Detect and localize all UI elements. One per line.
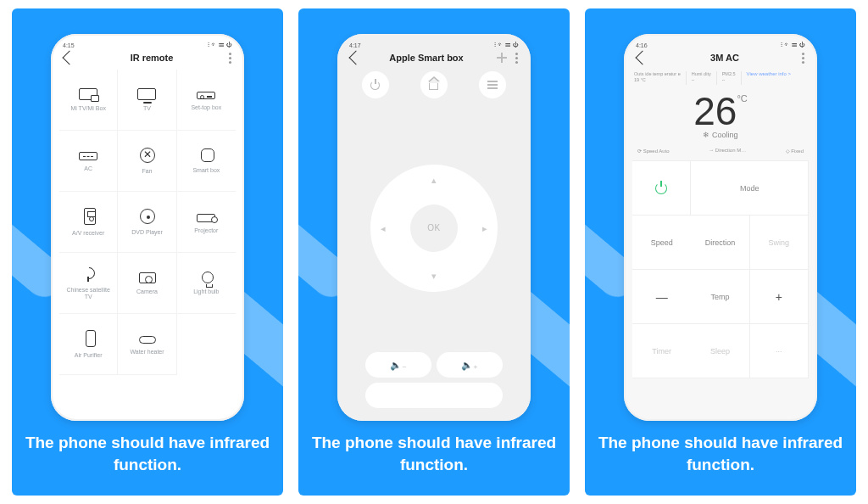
arrow-up-icon[interactable]: ▴ xyxy=(431,175,437,186)
more-icon[interactable] xyxy=(229,57,231,59)
divider xyxy=(741,71,742,85)
stat-humidity: Humi dity-- xyxy=(692,71,711,83)
power-icon xyxy=(655,182,667,194)
promo-caption: The phone should have infrared function. xyxy=(298,432,570,475)
device-label: Chinese satellite TV xyxy=(59,287,117,300)
ac-speed-button[interactable]: Speed xyxy=(632,216,691,270)
extra-pill-button[interactable] xyxy=(365,383,503,408)
ac-timer-button[interactable]: Timer xyxy=(632,324,691,378)
ac-direction-button[interactable]: Direction xyxy=(691,216,749,270)
device-mi-tv[interactable]: Mi TV/Mi Box xyxy=(59,70,118,131)
set-top-box-icon xyxy=(197,92,215,99)
status-bar: 4:16 ⵗ ᯤ ☰ ⏻ xyxy=(632,42,809,50)
device-dvd[interactable]: DVD Player xyxy=(118,192,176,253)
device-label: Fan xyxy=(138,168,155,175)
device-waterheater[interactable]: Water heater xyxy=(118,314,176,375)
volume-down-button[interactable]: 🔈₋ xyxy=(365,352,431,378)
device-camera[interactable]: Camera xyxy=(118,253,176,314)
device-label: Set-top box xyxy=(187,104,225,111)
menu-button[interactable] xyxy=(479,71,506,98)
device-purifier[interactable]: Air Purifier xyxy=(59,314,118,375)
divider xyxy=(686,71,687,85)
device-smartbox[interactable]: Smart box xyxy=(177,131,236,192)
stat-label: PM2.5 xyxy=(722,71,736,77)
status-time: 4:17 xyxy=(349,42,361,48)
status-time: 4:16 xyxy=(636,42,648,48)
ac-power-button[interactable] xyxy=(632,161,691,216)
smart-box-icon xyxy=(201,148,214,162)
stat-value: 19 °C xyxy=(634,77,681,83)
device-label: Light bulb xyxy=(190,288,222,295)
arrow-right-icon[interactable]: ▸ xyxy=(482,222,487,233)
device-fan[interactable]: Fan xyxy=(118,131,176,192)
back-icon[interactable] xyxy=(349,51,364,65)
volume-down-icon: 🔈₋ xyxy=(390,360,407,371)
back-icon[interactable] xyxy=(63,51,77,65)
arrow-down-icon[interactable]: ▾ xyxy=(431,271,437,282)
stat-outside-temp: Outs ide temp eratur e19 °C xyxy=(634,71,681,83)
status-icons: ⵗ ᯤ ☰ ⏻ xyxy=(781,42,805,48)
ac-temp-button[interactable]: Temp xyxy=(691,270,749,324)
device-label: Camera xyxy=(133,288,161,295)
camera-icon xyxy=(139,272,156,283)
phone-frame: 4:17 ⵗ ᯤ ☰ ⏻ Apple Smart box ▴ ▾ ◂ ▸ OK xyxy=(337,34,531,421)
ac-temp-plus-button[interactable]: + xyxy=(750,270,809,324)
volume-up-button[interactable]: 🔈₊ xyxy=(437,352,503,378)
device-tv[interactable]: TV xyxy=(118,70,176,131)
ok-button[interactable]: OK xyxy=(410,204,458,252)
power-button[interactable] xyxy=(362,71,389,98)
dpad[interactable]: ▴ ▾ ◂ ▸ OK xyxy=(370,165,498,292)
reposition-icon[interactable] xyxy=(497,53,507,63)
quick-speed[interactable]: ⟳ Speed Auto xyxy=(637,148,670,154)
ac-temperature: 26°C xyxy=(634,88,807,134)
arrow-left-icon[interactable]: ◂ xyxy=(381,222,386,233)
power-icon xyxy=(370,81,380,90)
volume-up-icon: 🔈₊ xyxy=(461,360,478,371)
ac-quick-row: ⟳ Speed Auto → Direction M… ◇ Fixed xyxy=(634,148,807,154)
home-button[interactable] xyxy=(420,71,448,98)
more-icon[interactable] xyxy=(515,57,518,59)
quick-fixed[interactable]: ◇ Fixed xyxy=(786,148,804,154)
status-icons: ⵗ ᯤ ☰ ⏻ xyxy=(208,42,232,48)
ac-temp-minus-button[interactable]: — xyxy=(632,270,691,324)
weather-link[interactable]: View weather info > xyxy=(747,71,791,78)
device-label: Smart box xyxy=(189,167,223,174)
device-label: Air Purifier xyxy=(71,352,106,359)
dpad-area: ▴ ▾ ◂ ▸ OK xyxy=(346,104,522,352)
divider xyxy=(716,71,717,85)
av-receiver-icon xyxy=(84,208,96,225)
device-settop[interactable]: Set-top box xyxy=(177,70,236,131)
title-bar: Apple Smart box xyxy=(346,50,522,70)
ac-sleep-button[interactable]: Sleep xyxy=(691,324,749,378)
device-label: Water heater xyxy=(126,349,167,356)
page-title: IR remote xyxy=(131,53,174,63)
volume-row: 🔈₋ 🔈₊ xyxy=(346,352,522,378)
quick-direction[interactable]: → Direction M… xyxy=(709,148,746,154)
device-lightbulb[interactable]: Light bulb xyxy=(177,253,236,314)
more-icon[interactable] xyxy=(802,57,804,59)
stat-pm25: PM2.5-- xyxy=(722,71,736,83)
air-purifier-icon xyxy=(86,330,96,347)
ac-swing-button[interactable]: Swing xyxy=(750,216,809,270)
device-av[interactable]: A/V receiver xyxy=(59,192,118,253)
ac-more-button[interactable]: ··· xyxy=(750,324,809,378)
tv-icon xyxy=(137,88,156,100)
stat-value: -- xyxy=(722,77,736,83)
page-title: 3M AC xyxy=(710,53,739,63)
promo-card-1: 4:15 ⵗ ᯤ ☰ ⏻ IR remote Mi TV/Mi Box TV S… xyxy=(12,8,283,496)
back-icon[interactable] xyxy=(636,51,650,65)
promo-caption: The phone should have infrared function. xyxy=(585,432,856,475)
quick-label: Speed Auto xyxy=(643,148,670,154)
temp-unit: °C xyxy=(737,93,747,104)
device-label: A/V receiver xyxy=(69,230,108,237)
mi-tv-icon xyxy=(79,88,97,100)
device-satellite[interactable]: Chinese satellite TV xyxy=(59,253,118,314)
title-actions xyxy=(497,53,520,63)
home-icon xyxy=(429,81,438,90)
ac-button-grid: Mode Speed Direction Swing — Temp + Time… xyxy=(632,160,809,378)
water-heater-icon xyxy=(139,336,156,344)
ac-mode-button[interactable]: Mode xyxy=(691,161,809,216)
device-projector[interactable]: Projector xyxy=(177,192,236,253)
quick-label: Direction M… xyxy=(715,148,746,153)
device-ac[interactable]: AC xyxy=(59,131,118,192)
